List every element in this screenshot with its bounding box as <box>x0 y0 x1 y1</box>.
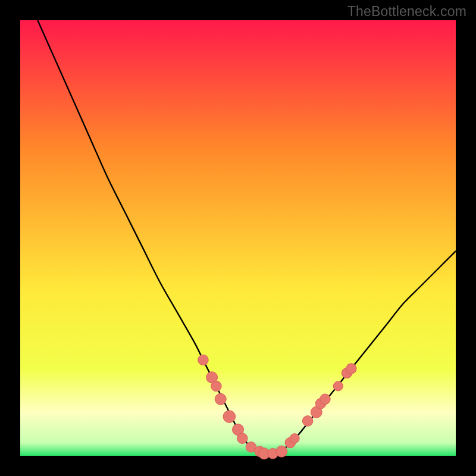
curve-marker <box>211 381 222 392</box>
curve-marker <box>302 416 313 427</box>
curve-marker <box>276 446 287 457</box>
curve-marker <box>346 364 357 374</box>
curve-marker <box>223 411 236 423</box>
curve-marker <box>333 381 343 391</box>
app-frame: TheBottleneck.com <box>0 0 476 476</box>
curve-marker <box>237 433 248 444</box>
plot-background <box>20 20 456 456</box>
curve-marker <box>198 355 209 365</box>
curve-marker <box>290 434 299 443</box>
curve-marker <box>215 393 226 405</box>
bottleneck-chart <box>0 0 476 476</box>
curve-marker <box>320 394 331 405</box>
